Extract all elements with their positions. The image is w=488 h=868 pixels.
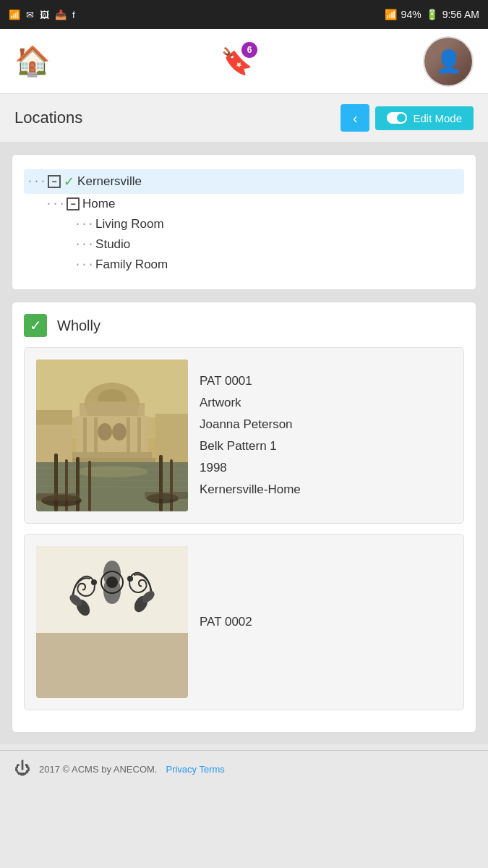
artwork-type-1: Artwork bbox=[200, 396, 301, 410]
artwork-artist-1: Joanna Peterson bbox=[200, 417, 301, 432]
tree-item-home[interactable]: ··· − Home bbox=[24, 194, 464, 214]
avatar[interactable]: 👤 bbox=[423, 36, 474, 87]
tree-label-home: Home bbox=[82, 197, 115, 211]
page-title: Locations bbox=[14, 109, 82, 127]
venice-painting-svg bbox=[36, 359, 188, 511]
artwork-id-1: PAT 0001 bbox=[200, 374, 301, 388]
tree-label-studio: Studio bbox=[95, 237, 130, 252]
facebook-icon: f bbox=[72, 9, 75, 20]
status-bar: 📶 ✉ 🖼 📥 f 📶 94% 🔋 9:56 AM bbox=[0, 0, 488, 29]
wholly-label: Wholly bbox=[57, 318, 100, 334]
clock: 9:56 AM bbox=[442, 9, 479, 20]
wholly-section: ✓ Wholly bbox=[12, 302, 476, 733]
artwork-details-1: PAT 0001 Artwork Joanna Peterson Belk Pa… bbox=[200, 359, 301, 511]
artwork-card-2[interactable]: PAT 0002 bbox=[24, 534, 464, 710]
tree-connector-living: ··· bbox=[74, 218, 94, 231]
tree-item-kernersville[interactable]: ··· − ✓ Kernersville bbox=[24, 169, 464, 194]
wholly-header: ✓ Wholly bbox=[24, 314, 464, 337]
signal-icon: 📶 bbox=[385, 9, 397, 20]
battery-percent: 94% bbox=[401, 9, 421, 20]
tree-label-family-room: Family Room bbox=[95, 258, 168, 272]
edit-mode-label: Edit Mode bbox=[413, 112, 462, 124]
tree-connector-studio: ··· bbox=[74, 238, 94, 251]
tree-label-kernersville: Kernersville bbox=[77, 174, 142, 189]
tree-connector-home: ··· bbox=[46, 197, 65, 210]
inbox-icon: 📥 bbox=[55, 9, 67, 20]
toggle-icon bbox=[387, 112, 407, 124]
main-content: ··· − ✓ Kernersville ··· − Home ··· Livi… bbox=[0, 142, 488, 744]
tree-item-studio[interactable]: ··· Studio bbox=[24, 234, 464, 255]
deco-art-svg bbox=[36, 546, 188, 633]
bookmark-badge: 6 bbox=[241, 42, 257, 58]
artwork-details-2: PAT 0002 bbox=[200, 546, 252, 698]
svg-point-37 bbox=[91, 579, 97, 585]
email-icon: ✉ bbox=[26, 9, 34, 20]
check-icon-kernersville: ✓ bbox=[64, 174, 74, 190]
location-tree-card: ··· − ✓ Kernersville ··· − Home ··· Livi… bbox=[12, 154, 476, 290]
avatar-image: 👤 bbox=[424, 38, 472, 85]
status-bar-right: 📶 94% 🔋 9:56 AM bbox=[385, 9, 479, 20]
tree-connector: ··· bbox=[27, 175, 46, 188]
bookmark-nav-container[interactable]: 🔖 6 bbox=[221, 46, 253, 77]
artwork-pattern-1: Belk Pattern 1 bbox=[200, 439, 301, 454]
footer: ⏻ 2017 © ACMS by ANECOM. Privacy Terms bbox=[0, 750, 488, 787]
artwork-card-1[interactable]: PAT 0001 Artwork Joanna Peterson Belk Pa… bbox=[24, 347, 464, 524]
svg-point-40 bbox=[127, 576, 133, 582]
artwork-thumbnail-2 bbox=[36, 546, 188, 698]
privacy-link[interactable]: Privacy Terms bbox=[166, 764, 224, 775]
battery-icon: 🔋 bbox=[426, 9, 438, 20]
back-button[interactable]: ‹ bbox=[341, 104, 369, 132]
power-icon[interactable]: ⏻ bbox=[14, 760, 30, 778]
top-nav: 🏠 🔖 6 👤 bbox=[0, 29, 488, 94]
artwork-year-1: 1998 bbox=[200, 461, 301, 475]
artwork-id-2: PAT 0002 bbox=[200, 615, 252, 629]
wholly-checkbox[interactable]: ✓ bbox=[24, 314, 47, 337]
footer-copyright: 2017 © ACMS by ANECOM. bbox=[39, 764, 157, 775]
svg-rect-35 bbox=[36, 359, 188, 511]
tree-item-family-room[interactable]: ··· Family Room bbox=[24, 255, 464, 275]
wifi-icon: 📶 bbox=[9, 9, 20, 20]
status-bar-left: 📶 ✉ 🖼 📥 f bbox=[9, 9, 75, 20]
expand-icon-home[interactable]: − bbox=[67, 197, 80, 210]
tree-item-living-room[interactable]: ··· Living Room bbox=[24, 214, 464, 234]
tree-label-living-room: Living Room bbox=[95, 217, 164, 231]
home-nav-icon[interactable]: 🏠 bbox=[14, 44, 51, 78]
image-icon: 🖼 bbox=[40, 9, 49, 20]
artwork-thumbnail-1 bbox=[36, 359, 188, 511]
edit-mode-button[interactable]: Edit Mode bbox=[375, 106, 474, 130]
footer-row: ⏻ 2017 © ACMS by ANECOM. Privacy Terms bbox=[14, 760, 474, 778]
page-header: Locations ‹ Edit Mode bbox=[0, 94, 488, 142]
artwork-location-1: Kernersville-Home bbox=[200, 482, 301, 497]
tree-connector-family: ··· bbox=[74, 258, 94, 271]
location-tree: ··· − ✓ Kernersville ··· − Home ··· Livi… bbox=[24, 169, 464, 275]
header-actions: ‹ Edit Mode bbox=[341, 104, 474, 132]
expand-icon-kernersville[interactable]: − bbox=[48, 175, 61, 188]
